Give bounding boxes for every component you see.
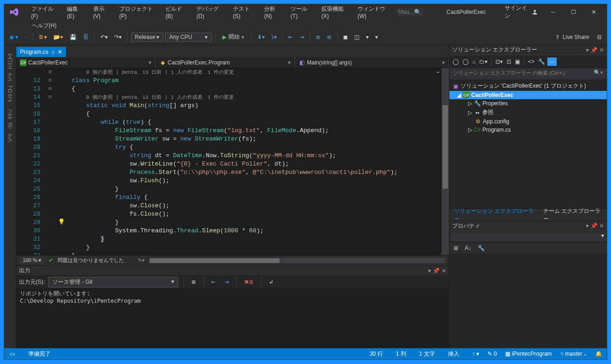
back-button[interactable]: ◯: [451, 57, 460, 66]
lightbulb-icon[interactable]: 💡: [58, 218, 65, 225]
horizontal-scrollbar[interactable]: [150, 258, 445, 263]
menu-debug[interactable]: デバッグ(D): [192, 3, 228, 21]
menu-view[interactable]: 表示(V): [89, 3, 115, 21]
menu-project[interactable]: プロジェクト(P): [115, 3, 161, 21]
menu-build[interactable]: ビルド(B): [161, 3, 192, 21]
status-branch[interactable]: ⑂ master ▾: [560, 351, 587, 357]
save-button[interactable]: 💾: [67, 32, 79, 42]
code-text[interactable]: 0 個の参照 | penta、13 日前 | 1 人の作成者、1 件の変更 cl…: [55, 68, 442, 255]
menu-window[interactable]: ウィンドウ(W): [353, 3, 396, 21]
indent-out-button[interactable]: ⇤: [286, 32, 295, 42]
properties-object-combo[interactable]: ▾: [450, 232, 606, 242]
step-into-button[interactable]: ⬇▾: [255, 32, 267, 42]
menu-tools[interactable]: ツール(T): [286, 3, 317, 21]
menu-file[interactable]: ファイル(F): [26, 3, 62, 21]
undo-button[interactable]: ↶▾: [98, 32, 110, 42]
nav-method-combo[interactable]: ◧ Main(string[] args)▾: [295, 57, 449, 68]
tree-properties[interactable]: ▷ 🔧 Properties: [449, 99, 607, 108]
pin-icon[interactable]: 📌: [433, 268, 440, 274]
output-wrap-button[interactable]: ↲: [266, 277, 276, 287]
alphabetize-button[interactable]: A↓: [462, 243, 474, 253]
zoom-dropdown[interactable]: 100 % ▾: [20, 257, 44, 264]
save-all-button[interactable]: 🗄: [81, 32, 91, 42]
nav-class-combo[interactable]: ◆ CactiPollerExec.Program▾: [156, 57, 295, 68]
pin-icon[interactable]: 📌: [591, 47, 598, 53]
preview-button[interactable]: —: [547, 57, 557, 66]
step-over-button[interactable]: ⤵▾: [269, 32, 279, 42]
code-button[interactable]: <>: [526, 57, 536, 66]
properties-grid[interactable]: [449, 254, 607, 349]
quick-launch-search[interactable]: Visu… 🔍: [396, 8, 423, 16]
status-changes[interactable]: ✎ 0: [488, 351, 497, 357]
sync-button[interactable]: 🗀▾: [478, 57, 489, 66]
toolbox-tab[interactable]: ツールボックス: [5, 103, 15, 144]
tree-references[interactable]: ▷ ▪▪ 参照: [449, 108, 607, 117]
pin-icon[interactable]: ⊹: [51, 50, 55, 55]
tree-solution-root[interactable]: ▣ ソリューション 'CactiPollerExec' (1 プロジェクト): [449, 81, 607, 91]
menu-extensions[interactable]: 拡張機能(X): [317, 3, 353, 21]
output-window-icon[interactable]: ▭: [9, 351, 15, 357]
server-explorer-tab[interactable]: サーバー エクスプローラー: [5, 47, 15, 101]
output-text[interactable]: リポジトリを開いています: C:\Develop Repository\iPen…: [16, 288, 449, 348]
fwd-button[interactable]: ◯: [461, 57, 470, 66]
comment-button[interactable]: ≣: [313, 32, 323, 42]
home-button[interactable]: ⌂: [471, 57, 477, 66]
bookmark-next-button[interactable]: ▾: [364, 32, 371, 42]
bookmark-clear-button[interactable]: ▾: [373, 32, 380, 42]
collapse-button[interactable]: ▣: [514, 57, 521, 66]
minimize-button[interactable]: ─: [543, 6, 563, 19]
props-wrench-button[interactable]: 🔧: [475, 243, 487, 253]
dropdown-icon[interactable]: ▾: [586, 47, 589, 53]
status-add-button[interactable]: ↑ ▾: [472, 351, 479, 357]
bookmark-button[interactable]: ◼: [341, 32, 350, 42]
close-tab-icon[interactable]: ✕: [58, 49, 62, 55]
vertical-scrollbar[interactable]: [442, 68, 449, 255]
config-dropdown[interactable]: Release▾: [131, 32, 163, 42]
menu-analyze[interactable]: 分析(N): [260, 3, 286, 21]
expander-icon[interactable]: ▷: [468, 100, 472, 107]
menu-test[interactable]: テスト(S): [228, 3, 260, 21]
nav-project-combo[interactable]: C# CactiPollerExec▾: [16, 57, 156, 68]
fold-gutter[interactable]: ⊟ ⊟ ⊟ ⊟: [49, 68, 55, 255]
bookmark-prev-button[interactable]: ◫: [352, 32, 362, 42]
feedback-button[interactable]: ⊟: [595, 32, 604, 42]
close-button[interactable]: ✕: [584, 6, 604, 19]
menu-edit[interactable]: 編集(E): [62, 3, 88, 21]
nav-back-button[interactable]: ◉ ▾: [7, 32, 20, 42]
nav-fwd-button[interactable]: ◦: [22, 32, 29, 42]
liveshare-button[interactable]: ⇪ Live Share: [551, 32, 593, 42]
output-next-button[interactable]: ⇥: [222, 277, 231, 287]
code-editor[interactable]: 1213141516171819202122232425262728293031…: [16, 68, 449, 255]
solution-tree[interactable]: ▣ ソリューション 'CactiPollerExec' (1 プロジェクト) ◢…: [449, 80, 607, 210]
dropdown-icon[interactable]: ▾: [428, 268, 431, 274]
showall-button[interactable]: ⊡▾: [494, 57, 504, 66]
solution-search[interactable]: ソリューション エクスプローラー の検索 (Ctrl+;) 🔍▾: [449, 68, 607, 79]
platform-dropdown[interactable]: Any CPU▾: [165, 32, 212, 42]
properties-button[interactable]: 🔧: [537, 57, 546, 66]
status-repo[interactable]: ▦ iPentecProgram: [505, 351, 552, 357]
menu-help[interactable]: ヘルプ(H): [27, 20, 61, 29]
refresh-button[interactable]: ⊡: [505, 57, 513, 66]
categorize-button[interactable]: ⊞: [451, 243, 461, 253]
open-button[interactable]: 📂▾: [51, 32, 65, 42]
close-icon[interactable]: ✕: [599, 223, 604, 229]
uncomment-button[interactable]: ≣: [325, 32, 334, 42]
output-prev-button[interactable]: ⇤: [209, 277, 218, 287]
start-debug-button[interactable]: ▶ 開始 ▾: [219, 32, 248, 42]
split-icon[interactable]: ⬌: [436, 69, 440, 76]
file-tab-program[interactable]: Program.cs ⊹ ✕: [16, 47, 66, 57]
output-clear-button[interactable]: ✖≣: [242, 277, 256, 287]
tree-program-cs[interactable]: ▷ C# Program.cs: [449, 126, 607, 134]
output-goto-button[interactable]: ≣: [189, 277, 198, 287]
tree-appconfig[interactable]: ⚙ App.config: [449, 117, 607, 126]
expander-icon[interactable]: ◢: [457, 92, 461, 98]
maximize-button[interactable]: ☐: [563, 6, 584, 19]
dropdown-icon[interactable]: ▾: [586, 223, 589, 229]
redo-button[interactable]: ↷▾: [112, 32, 124, 42]
expander-icon[interactable]: ▷: [468, 127, 472, 133]
output-source-dropdown[interactable]: ソース管理 - Git▾: [48, 277, 178, 287]
notifications-icon[interactable]: 🔔: [595, 351, 602, 357]
indent-in-button[interactable]: ⇥: [297, 32, 306, 42]
close-icon[interactable]: ✕: [599, 47, 604, 53]
tree-project[interactable]: ◢ C# CactiPollerExec: [449, 91, 607, 99]
